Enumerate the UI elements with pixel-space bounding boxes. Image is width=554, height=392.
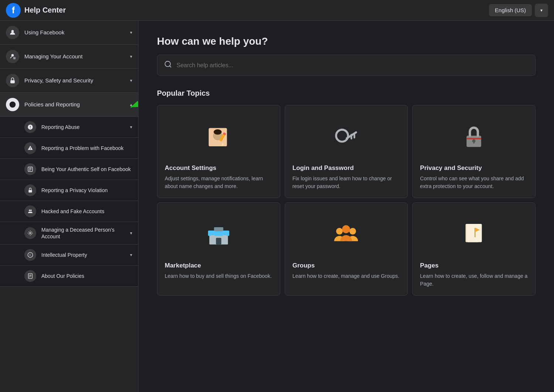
language-button[interactable]: English (US) <box>489 4 532 16</box>
sidebar-subitem-deceased-person[interactable]: Managing a Deceased Person's Account ▾ <box>0 222 138 245</box>
svg-rect-19 <box>28 190 32 192</box>
reporting-abuse-label: Reporting Abuse <box>41 124 80 130</box>
svg-point-20 <box>29 209 30 211</box>
about-policies-label: About Our Policies <box>41 273 84 279</box>
svg-point-53 <box>342 225 350 234</box>
svg-rect-56 <box>475 228 476 237</box>
chevron-up-icon: ▴ <box>130 102 132 107</box>
topic-card-marketplace[interactable]: Marketplace Learn how to buy and sell th… <box>157 202 280 296</box>
chevron-down-icon: ▾ <box>540 8 543 13</box>
privacy-security-desc: Control who can see what you share and a… <box>420 175 528 190</box>
topic-card-privacy-security[interactable]: Privacy and Security Control who can see… <box>412 105 536 198</box>
svg-point-29 <box>165 61 171 67</box>
svg-rect-3 <box>13 58 16 59</box>
groups-icon-area <box>293 212 400 256</box>
topic-card-account-settings[interactable]: Account Settings Adjust settings, manage… <box>157 105 280 198</box>
svg-point-51 <box>336 228 343 235</box>
hacked-fake-label: Hacked and Fake Accounts <box>41 208 104 215</box>
privacy-violation-label: Reporting a Privacy Violation <box>41 187 108 194</box>
sidebar-item-privacy-safety[interactable]: Privacy, Safety and Security ▾ <box>0 69 138 93</box>
chevron-icon: ▾ <box>130 30 132 35</box>
pages-icon-area <box>420 212 528 256</box>
page-title: How can we help you? <box>157 35 536 47</box>
svg-point-21 <box>30 209 32 211</box>
svg-rect-46 <box>208 231 229 236</box>
sidebar-item-policies-reporting[interactable]: Policies and Reporting ▴ <box>0 93 138 117</box>
using-facebook-icon <box>6 26 19 39</box>
topic-card-pages[interactable]: Pages Learn how to create, use, follow a… <box>412 202 536 296</box>
groups-name: Groups <box>293 262 400 269</box>
main-layout: Using Facebook ▾ Managing Your Account ▾ <box>0 21 554 392</box>
topic-card-login-password[interactable]: Login and Password Fix login issues and … <box>285 105 408 198</box>
deceased-person-icon <box>24 227 36 239</box>
reporting-problem-icon <box>24 142 36 154</box>
facebook-logo: f <box>6 3 21 18</box>
svg-rect-44 <box>473 141 475 144</box>
intellectual-property-label: Intellectual Property <box>41 252 87 258</box>
pages-name: Pages <box>420 262 528 269</box>
chevron-icon: ▾ <box>130 252 132 258</box>
privacy-violation-icon <box>24 184 36 196</box>
help-center-title: Help Center <box>24 6 66 14</box>
sidebar-item-managing-account[interactable]: Managing Your Account ▾ <box>0 45 138 69</box>
search-icon <box>164 60 172 70</box>
svg-point-22 <box>30 232 31 234</box>
svg-rect-12 <box>30 128 30 128</box>
account-settings-desc: Adjust settings, manage notifications, l… <box>165 175 273 190</box>
svg-rect-11 <box>30 126 30 127</box>
svg-line-30 <box>170 66 171 67</box>
account-settings-name: Account Settings <box>165 164 273 172</box>
svg-text:©: © <box>29 254 31 256</box>
sidebar-subitem-about-policies[interactable]: About Our Policies <box>0 266 138 287</box>
chevron-icon: ▾ <box>130 125 132 130</box>
policies-reporting-icon <box>6 98 19 111</box>
svg-rect-2 <box>13 57 16 58</box>
topics-grid: Account Settings Adjust settings, manage… <box>157 105 536 296</box>
svg-point-52 <box>349 228 356 235</box>
search-input[interactable] <box>177 62 529 69</box>
privacy-security-name: Privacy and Security <box>420 164 528 172</box>
marketplace-icon-area <box>165 212 273 256</box>
marketplace-desc: Learn how to buy and sell things on Face… <box>165 272 273 280</box>
marketplace-name: Marketplace <box>165 262 273 269</box>
svg-rect-42 <box>466 138 481 140</box>
chevron-icon: ▾ <box>130 54 132 59</box>
svg-rect-7 <box>12 106 13 106</box>
hacked-fake-icon <box>24 205 36 217</box>
header-left: f Help Center <box>6 3 66 18</box>
privacy-security-icon-area <box>420 114 528 158</box>
svg-point-1 <box>11 54 14 57</box>
svg-rect-49 <box>223 235 227 239</box>
login-password-desc: Fix login issues and learn how to change… <box>293 175 400 190</box>
reporting-abuse-icon <box>24 121 36 133</box>
sidebar-subitem-reporting-abuse[interactable]: Reporting Abuse ▾ <box>0 117 138 138</box>
svg-rect-47 <box>216 238 221 245</box>
header: f Help Center English (US) ▾ <box>0 0 554 21</box>
login-password-icon-area <box>293 114 400 158</box>
about-policies-icon <box>24 270 36 282</box>
sidebar: Using Facebook ▾ Managing Your Account ▾ <box>0 21 138 392</box>
svg-rect-48 <box>211 235 215 239</box>
language-dropdown-button[interactable]: ▾ <box>535 4 548 17</box>
chevron-icon: ▾ <box>130 231 132 236</box>
managing-account-icon <box>6 50 19 63</box>
sidebar-subitem-hacked-fake[interactable]: Hacked and Fake Accounts <box>0 201 138 222</box>
sidebar-subitem-intellectual-property[interactable]: © Intellectual Property ▾ <box>0 245 138 266</box>
pages-desc: Learn how to create, use, follow and man… <box>420 272 528 288</box>
login-password-name: Login and Password <box>293 164 400 172</box>
policies-reporting-label: Policies and Reporting <box>24 101 80 108</box>
sidebar-subitem-privacy-violation[interactable]: Reporting a Privacy Violation <box>0 180 138 201</box>
sidebar-item-using-facebook[interactable]: Using Facebook ▾ <box>0 21 138 45</box>
sidebar-subitem-authentic-self[interactable]: Being Your Authentic Self on Facebook <box>0 159 138 180</box>
svg-rect-50 <box>214 227 223 231</box>
intellectual-property-icon: © <box>24 249 36 261</box>
managing-account-label: Managing Your Account <box>24 53 83 60</box>
deceased-person-label: Managing a Deceased Person's Account <box>41 226 130 240</box>
sidebar-subitem-reporting-problem[interactable]: Reporting a Problem with Facebook <box>0 138 138 159</box>
using-facebook-label: Using Facebook <box>24 29 64 36</box>
svg-point-0 <box>11 30 14 33</box>
authentic-self-label: Being Your Authentic Self on Facebook <box>41 166 131 173</box>
groups-desc: Learn how to create, manage and use Grou… <box>293 272 400 280</box>
topic-card-groups[interactable]: Groups Learn how to create, manage and u… <box>285 202 408 296</box>
search-bar[interactable] <box>157 55 536 76</box>
